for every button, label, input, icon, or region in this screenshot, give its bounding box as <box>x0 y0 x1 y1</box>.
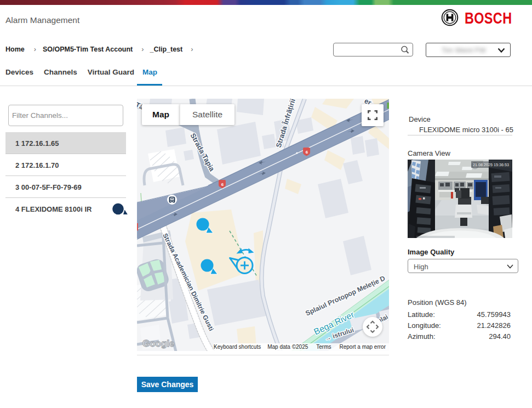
svg-text:6: 6 <box>306 150 308 155</box>
svg-text:21.08.2025 15:36:53: 21.08.2025 15:36:53 <box>473 162 509 167</box>
svg-text:6: 6 <box>221 182 224 187</box>
svg-text:BOSCH: BOSCH <box>465 9 512 27</box>
